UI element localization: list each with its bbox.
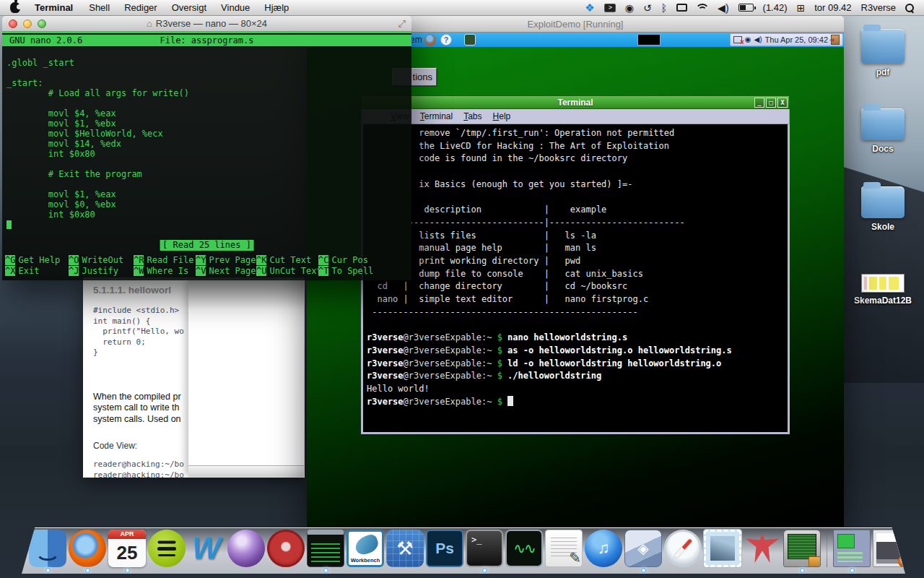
- bluetooth-icon[interactable]: ᛒ: [661, 2, 667, 14]
- nano-window-titlebar[interactable]: ⌂ R3verse — nano — 80×24 ⤢: [2, 16, 411, 32]
- zoom-button[interactable]: [38, 20, 46, 28]
- help-icon[interactable]: ?: [440, 34, 452, 46]
- nano-terminal-window[interactable]: ⌂ R3verse — nano — 80×24 ⤢ GNU nano 2.0.…: [2, 16, 411, 280]
- folder-icon: [861, 108, 905, 140]
- menu-oversigt[interactable]: Oversigt: [165, 1, 214, 14]
- apple-menu-icon[interactable]: [10, 2, 20, 13]
- running-indicator: [482, 568, 487, 573]
- user-menu[interactable]: R3verse: [861, 2, 896, 13]
- desktop-icon-skemadat12b[interactable]: SkemaDat12B: [850, 275, 915, 306]
- menu-bar[interactable]: TerminalShellRedigerOversigtVindueHjælp …: [0, 0, 924, 16]
- record-icon[interactable]: ◉: [625, 2, 634, 14]
- nano-shortcuts-row1: ^GGet Help^OWriteOut^RRead File^YPrev Pa…: [5, 255, 411, 265]
- vm-terminal-menubar[interactable]: ViewTerminalTabsHelp: [361, 109, 790, 124]
- display-icon[interactable]: [676, 4, 687, 12]
- dock-finder-icon[interactable]: [29, 530, 66, 567]
- menu-bar-clock[interactable]: tor 09.42: [814, 2, 851, 13]
- tray-status-icon[interactable]: ◉: [745, 36, 751, 43]
- shortcut-label: To Spell: [331, 266, 373, 276]
- time-machine-icon[interactable]: ↺: [643, 2, 652, 14]
- dock-xcode-icon[interactable]: ⚒: [386, 530, 424, 567]
- firefox-icon[interactable]: [424, 34, 436, 46]
- dock-terminal-icon[interactable]: >_: [466, 530, 503, 567]
- dock-itunes-icon[interactable]: ♫: [585, 530, 622, 567]
- dock-calendar-icon[interactable]: APR25: [108, 530, 146, 567]
- terminal-line: [367, 191, 784, 204]
- dock-mail-icon[interactable]: [704, 530, 741, 567]
- nano-shortcut: ^CCur Pos: [318, 255, 411, 265]
- dock-spotify-icon[interactable]: [148, 530, 186, 567]
- vm-taskbar-window-button[interactable]: [637, 34, 661, 46]
- spotlight-icon[interactable]: [905, 4, 914, 12]
- nano-code-line: [6, 68, 411, 78]
- xcode-glyph: ⚒: [386, 530, 424, 567]
- vm-terminal-body[interactable]: remove `/tmp/.first_run': Operation not …: [361, 124, 790, 434]
- shortcut-key: ^R: [134, 255, 144, 265]
- vm-system-tray[interactable]: ◉ ◀) Thu Apr 25, 09:42: [730, 33, 843, 46]
- desktop-icon-pdf[interactable]: pdf: [850, 29, 915, 77]
- vm-menu-terminal[interactable]: Terminal: [420, 111, 453, 121]
- vm-terminal-titlebar[interactable]: Terminal _ □ X: [361, 95, 790, 109]
- volume-icon[interactable]: ◀): [754, 36, 762, 43]
- wifi-icon[interactable]: [697, 4, 708, 12]
- dock-activity-monitor-icon[interactable]: ∿∿: [505, 530, 543, 567]
- word-glyph: W: [188, 530, 225, 567]
- dock-red-bird-icon[interactable]: [744, 530, 781, 567]
- shortcut-label: Where Is: [147, 266, 188, 276]
- dock-matrix-terminal-icon[interactable]: [307, 530, 344, 567]
- network-offline-icon[interactable]: [733, 36, 742, 43]
- dock-textedit-icon[interactable]: [545, 530, 583, 567]
- logout-icon[interactable]: [831, 35, 840, 45]
- window-bottom-bar: [188, 465, 304, 477]
- dock-virtualbox-icon[interactable]: ◈: [624, 530, 662, 567]
- blank-background-window[interactable]: [188, 280, 304, 477]
- battery-icon[interactable]: [738, 4, 754, 12]
- desktop-icon-docs[interactable]: Docs: [850, 108, 915, 154]
- shortcut-label: Justify: [82, 266, 118, 276]
- dock[interactable]: APR25WWorkbench⚒Ps>_∿∿♫◈: [22, 527, 905, 574]
- input-source-icon[interactable]: ⊞: [797, 2, 806, 14]
- terminal-text: Hello world!: [367, 384, 430, 394]
- dock-mysql-workbench-icon[interactable]: Workbench: [346, 530, 384, 567]
- terminal-cursor: [507, 396, 513, 406]
- vm-taskbar-menu-fragment[interactable]: em: [410, 35, 422, 45]
- dock-vm-window-thumb-icon[interactable]: [783, 530, 821, 567]
- dock-word-icon[interactable]: W: [188, 530, 225, 567]
- volume-icon[interactable]: ◀): [718, 2, 728, 14]
- minimize-icon[interactable]: _: [754, 98, 764, 108]
- minimize-button[interactable]: [23, 20, 32, 28]
- close-button[interactable]: [9, 20, 17, 28]
- nano-top-line: [2, 32, 411, 33]
- shortcut-key: ^X: [5, 266, 15, 276]
- terminal-icon[interactable]: [464, 34, 476, 46]
- desktop-icon-skole[interactable]: Skole: [850, 186, 915, 232]
- dock-green-window-thumb-icon[interactable]: [833, 530, 871, 567]
- dock-red-app-icon[interactable]: [267, 530, 305, 567]
- menu-vindue[interactable]: Vindue: [214, 1, 257, 14]
- vm-clock[interactable]: Thu Apr 25, 09:42: [765, 35, 828, 44]
- nano-code-line: # Load all args for write(): [6, 88, 411, 98]
- dock-firefox-icon[interactable]: [69, 530, 106, 567]
- dock-photoshop-icon[interactable]: Ps: [426, 530, 463, 567]
- nano-code-area[interactable]: .globl _start _start: # Load all args fo…: [6, 58, 411, 230]
- menu-terminal[interactable]: Terminal: [27, 1, 82, 14]
- menu-rediger[interactable]: Rediger: [117, 1, 165, 14]
- menu-hjælp[interactable]: Hjælp: [257, 1, 296, 14]
- vm-menu-tabs[interactable]: Tabs: [463, 111, 481, 121]
- nano-cursor-line: [6, 220, 411, 230]
- maximize-icon[interactable]: □: [766, 98, 776, 108]
- vm-terminal-window[interactable]: Terminal _ □ X ViewTerminalTabsHelp remo…: [361, 95, 790, 434]
- terminal-status-icon[interactable]: >: [604, 4, 616, 12]
- red-app-glyph: [267, 530, 305, 567]
- resize-icon[interactable]: ⤢: [398, 18, 406, 30]
- close-icon[interactable]: X: [777, 98, 788, 108]
- vm-menu-help[interactable]: Help: [493, 111, 511, 121]
- dropbox-icon[interactable]: ❖: [585, 1, 594, 14]
- dock-safari-icon[interactable]: [664, 530, 702, 567]
- finder-glyph: [29, 530, 66, 567]
- running-indicator: [45, 568, 51, 573]
- terminal-text: remove `/tmp/.first_run': Operation not …: [367, 128, 674, 138]
- menu-shell[interactable]: Shell: [82, 1, 117, 14]
- dock-eclipse-icon[interactable]: [227, 530, 265, 567]
- nano-editor[interactable]: GNU nano 2.0.6 File: assprogram.s .globl…: [2, 32, 411, 280]
